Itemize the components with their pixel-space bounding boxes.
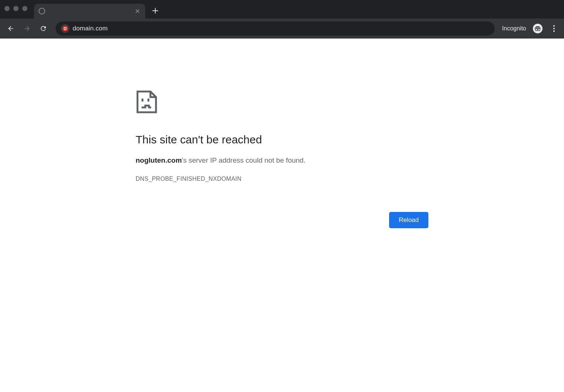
page-content: This site can't be reached nogluten.com'… [0, 39, 564, 228]
svg-rect-3 [147, 99, 149, 102]
reload-page-button[interactable]: Reload [389, 212, 428, 228]
titlebar [0, 0, 564, 19]
error-message: 's server IP address could not be found. [182, 156, 306, 164]
url-text: domain.com [73, 25, 108, 32]
svg-rect-2 [142, 99, 143, 102]
forward-button[interactable] [21, 22, 33, 35]
incognito-icon [533, 24, 543, 33]
incognito-label: Incognito [502, 25, 526, 32]
kebab-icon [553, 25, 555, 32]
svg-point-0 [535, 29, 538, 31]
window-controls [4, 6, 27, 11]
window-minimize-button[interactable] [13, 6, 19, 11]
back-button[interactable] [4, 22, 17, 35]
menu-button[interactable] [548, 23, 560, 34]
globe-icon [39, 8, 45, 14]
reload-button[interactable] [37, 22, 50, 35]
window-close-button[interactable] [4, 6, 10, 11]
error-description: nogluten.com's server IP address could n… [136, 156, 428, 165]
sad-page-icon [136, 90, 428, 115]
toolbar: domain.com Incognito [0, 19, 564, 39]
tab-close-button[interactable] [134, 8, 141, 14]
error-container: This site can't be reached nogluten.com'… [136, 90, 428, 228]
browser-tab[interactable] [34, 4, 145, 19]
site-favicon-icon [62, 25, 69, 32]
button-row: Reload [136, 212, 428, 228]
new-tab-button[interactable] [150, 5, 161, 16]
error-domain: nogluten.com [136, 156, 182, 164]
error-code: DNS_PROBE_FINISHED_NXDOMAIN [136, 176, 428, 182]
address-bar[interactable]: domain.com [56, 21, 495, 36]
svg-point-1 [538, 29, 540, 31]
error-title: This site can't be reached [136, 133, 428, 146]
window-maximize-button[interactable] [22, 6, 27, 11]
